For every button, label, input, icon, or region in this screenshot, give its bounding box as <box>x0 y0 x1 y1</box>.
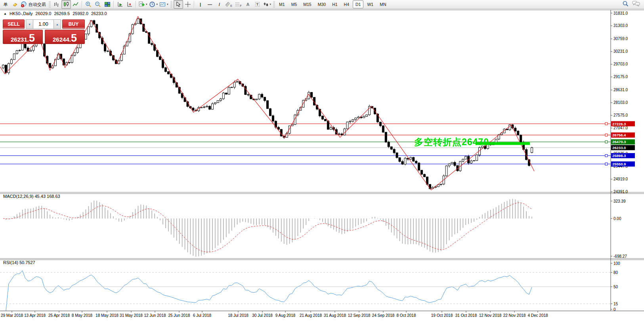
timeframe-group: M1M5M15M30H1H4D1W1MN <box>276 0 389 8</box>
templates-button[interactable]: ▾ <box>159 0 169 9</box>
symbol-period-label: HK50-,Daily <box>10 11 33 16</box>
crosshair-icon <box>185 1 191 8</box>
svg-text:100: 100 <box>613 261 620 266</box>
svg-text:50: 50 <box>613 285 618 289</box>
svg-text:28631.0: 28631.0 <box>613 88 628 92</box>
svg-text:22 Nov 2018: 22 Nov 2018 <box>503 313 526 318</box>
svg-text:29 Mar 2018: 29 Mar 2018 <box>1 313 23 318</box>
timeframe-m30-button[interactable]: M30 <box>315 0 329 8</box>
autotrading-label: 自动交易 <box>28 2 47 8</box>
collapse-marker-icon[interactable]: ▲ <box>4 12 7 15</box>
toolbar-separator <box>82 1 82 8</box>
svg-text:9 Aug 2018: 9 Aug 2018 <box>275 313 296 318</box>
buy-price-box[interactable]: 26244. 5 <box>45 30 85 44</box>
svg-text:8 Oct 2018: 8 Oct 2018 <box>397 313 416 318</box>
order-button[interactable] <box>10 0 20 9</box>
clock-icon <box>149 1 155 8</box>
timeframe-m15-button[interactable]: M15 <box>300 0 314 8</box>
volume-input[interactable]: 1.00 <box>33 19 54 29</box>
chart-autoscroll-button[interactable] <box>125 0 134 9</box>
chart-bars-button[interactable] <box>52 0 61 9</box>
svg-text:30 Jul 2018: 30 Jul 2018 <box>252 313 273 318</box>
trendline-button[interactable]: / <box>215 0 224 9</box>
timeframe-d1-button[interactable]: D1 <box>353 0 363 8</box>
svg-text:24391.0: 24391.0 <box>613 190 628 194</box>
timeframe-w1-button[interactable]: W1 <box>364 0 376 8</box>
tile-windows-button[interactable] <box>103 0 112 9</box>
svg-text:30759.0: 30759.0 <box>613 36 628 41</box>
autotrading-button[interactable]: 自动交易 <box>20 0 48 9</box>
svg-text:8 May 2018: 8 May 2018 <box>72 313 93 318</box>
volume-up-button[interactable]: ▲ <box>54 19 61 29</box>
svg-text:29703.0: 29703.0 <box>613 62 628 66</box>
open-value: 26029.0 <box>36 11 52 16</box>
svg-text:-698.27: -698.27 <box>613 254 627 259</box>
svg-text:12 Jun 2018: 12 Jun 2018 <box>144 313 166 318</box>
chart-shift-button[interactable] <box>115 0 125 9</box>
chart-line-button[interactable] <box>71 0 80 9</box>
equidistant-channel-button[interactable]: E <box>224 0 234 9</box>
bars-chart-icon <box>54 1 60 8</box>
zoom-out-button[interactable] <box>93 0 103 9</box>
text-tool-button[interactable]: A <box>243 0 253 9</box>
svg-text:21 Aug 2018: 21 Aug 2018 <box>300 313 322 318</box>
svg-text:12 Nov 2018: 12 Nov 2018 <box>479 313 502 318</box>
chart-shift-icon <box>117 1 123 8</box>
channel-icon <box>225 2 230 7</box>
text-label-button[interactable]: T <box>253 0 262 9</box>
zoom-in-button[interactable] <box>84 0 93 9</box>
fibonacci-sub-label: F <box>240 4 241 7</box>
chart-canvas[interactable]: 31831.031303.030759.030231.029703.029175… <box>0 10 644 322</box>
svg-text:24 Sep 2018: 24 Sep 2018 <box>372 313 395 318</box>
svg-text:27575.0: 27575.0 <box>613 113 628 117</box>
high-value: 26269.5 <box>54 11 70 16</box>
indicators-button[interactable]: ▾ <box>138 0 148 9</box>
horizontal-line-button[interactable]: — <box>205 0 215 9</box>
svg-text:31 May 2018: 31 May 2018 <box>120 313 143 318</box>
timeframe-h4-button[interactable]: H4 <box>341 0 352 8</box>
arrows-caret-icon: ▾ <box>270 3 271 6</box>
zoom-in-icon <box>85 1 92 8</box>
toolbar: 单 自动交易 ▾ ▾ ▾ <box>0 0 644 9</box>
periods-caret-icon: ▾ <box>157 3 158 6</box>
buy-price-big-digit: 5 <box>71 34 77 43</box>
svg-text:6 Jul 2018: 6 Jul 2018 <box>193 313 212 318</box>
toolbar-separator <box>136 1 136 8</box>
svg-text:27226.3: 27226.3 <box>612 122 626 126</box>
sell-button[interactable]: SELL <box>3 19 25 29</box>
sell-price-big-digit: 5 <box>29 34 35 43</box>
macd-indicator-label: MACD(12,26,9) 45.43 168.63 <box>3 194 60 199</box>
timeframe-m1-button[interactable]: M1 <box>276 0 288 8</box>
low-value: 25992.0 <box>73 11 88 16</box>
timeframe-h1-button[interactable]: H1 <box>329 0 340 8</box>
horizontal-line-icon: — <box>208 2 212 7</box>
arrows-tool-button[interactable]: ▾ <box>262 0 272 9</box>
chart-candles-button[interactable] <box>61 0 71 9</box>
sell-price-main: 26231. <box>11 36 29 43</box>
timeframe-m5-button[interactable]: M5 <box>289 0 300 8</box>
svg-text:15: 15 <box>613 302 618 306</box>
cursor-button[interactable] <box>174 0 183 9</box>
toolbar-right <box>622 0 643 9</box>
svg-text:31 Aug 2018: 31 Aug 2018 <box>324 313 346 318</box>
new-order-button[interactable]: 单 <box>1 0 10 9</box>
chart-autoscroll-icon <box>126 1 133 8</box>
svg-text:13 Apr 2018: 13 Apr 2018 <box>24 313 46 318</box>
search-icon[interactable] <box>622 0 629 9</box>
svg-text:0.00: 0.00 <box>613 217 621 221</box>
periods-button[interactable]: ▾ <box>148 0 159 9</box>
buy-button[interactable]: BUY <box>62 19 85 29</box>
zoom-out-icon <box>95 1 101 8</box>
vertical-line-button[interactable]: | <box>196 0 205 9</box>
text-label-icon: T <box>255 2 260 7</box>
candles-chart-icon <box>63 1 69 8</box>
chat-icon[interactable] <box>632 0 640 8</box>
svg-text:19 Oct 2018: 19 Oct 2018 <box>431 313 453 318</box>
indicators-icon <box>138 1 145 8</box>
timeframe-mn-button[interactable]: MN <box>377 0 389 8</box>
sell-price-box[interactable]: 26231. 5 <box>3 30 43 44</box>
crosshair-button[interactable] <box>183 0 193 9</box>
volume-down-button[interactable]: ▼ <box>26 19 33 29</box>
text-tool-icon: A <box>247 2 250 7</box>
fibonacci-button[interactable]: F <box>234 0 243 9</box>
